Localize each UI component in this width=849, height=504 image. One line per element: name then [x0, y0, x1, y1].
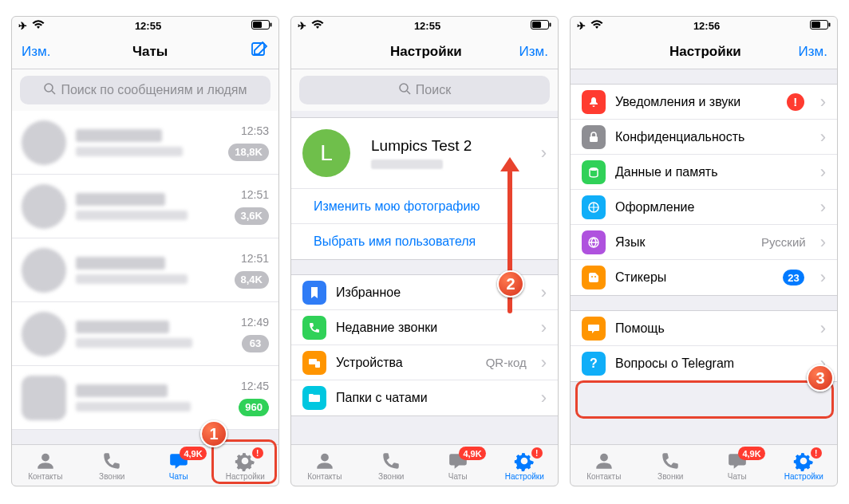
compose-button[interactable] — [250, 40, 269, 63]
svg-rect-2 — [253, 22, 262, 28]
contact-icon — [35, 451, 56, 471]
tab-contacts[interactable]: Контакты — [12, 445, 79, 486]
page-title: Настройки — [390, 44, 462, 60]
chat-row[interactable]: 12:5318,8K — [12, 111, 278, 175]
change-photo-link[interactable]: Изменить мою фотографию — [291, 189, 558, 224]
profile-row[interactable]: L Lumpics Test 2 › — [291, 118, 558, 189]
svg-point-22 — [600, 453, 608, 461]
tab-calls[interactable]: Звонки — [79, 445, 146, 486]
svg-point-17 — [590, 167, 598, 171]
phone-icon — [302, 316, 326, 340]
chat-row[interactable]: 12:4963 — [12, 302, 278, 366]
tab-settings[interactable]: !Настройки — [771, 445, 838, 486]
search-input[interactable]: Поиск — [299, 76, 550, 104]
row-recent-calls[interactable]: Недавние звонки› — [291, 310, 558, 345]
status-bar: ✈︎ 12:55 — [12, 17, 278, 34]
search-icon — [43, 82, 56, 98]
tab-label: Звонки — [378, 472, 404, 481]
search-placeholder: Поиск — [416, 83, 451, 97]
tab-settings[interactable]: !Настройки — [492, 445, 559, 486]
help-group: Помощь› ?Вопросы о Telegram› — [571, 310, 837, 382]
contact-icon — [594, 451, 614, 471]
airplane-icon: ✈︎ — [18, 20, 27, 32]
tab-label: Контакты — [28, 472, 62, 481]
tab-calls[interactable]: Звонки — [358, 445, 425, 486]
tab-calls[interactable]: Звонки — [638, 445, 705, 486]
row-language[interactable]: ЯзыкРусский› — [571, 225, 837, 260]
svg-point-12 — [321, 453, 329, 461]
chevron-icon: › — [820, 318, 826, 339]
chats-badge: 4,9K — [459, 447, 485, 460]
chat-list[interactable]: 12:5318,8K 12:513,6K 12:518,4K 12:4963 1… — [12, 111, 278, 444]
edit-button[interactable]: Изм. — [799, 44, 827, 60]
avatar — [22, 120, 66, 165]
page-title: Настройки — [669, 44, 741, 60]
row-stickers[interactable]: Стикеры23› — [571, 260, 837, 295]
row-help[interactable]: Помощь› — [571, 311, 837, 346]
row-devices[interactable]: УстройстваQR-код› — [291, 345, 558, 380]
phone-icon — [381, 451, 401, 471]
chat-time: 12:51 — [241, 188, 269, 201]
row-data[interactable]: Данные и память› — [571, 155, 837, 190]
search-input[interactable]: Поиск по сообщениям и людям — [20, 76, 270, 104]
svg-rect-14 — [829, 22, 831, 26]
nav-header: Настройки Изм. — [291, 34, 558, 69]
svg-point-21 — [594, 276, 596, 278]
folder-icon — [302, 386, 326, 410]
data-icon — [582, 160, 606, 184]
svg-point-20 — [591, 276, 593, 278]
chat-row[interactable]: 12:513,6K — [12, 175, 278, 238]
nav-header: Изм. Чаты — [12, 34, 278, 69]
row-folders[interactable]: Папки с чатами› — [291, 380, 558, 415]
search-wrap: Поиск по сообщениям и людям — [12, 69, 278, 111]
chevron-icon: › — [541, 352, 547, 373]
lock-icon — [582, 125, 606, 149]
unread-badge: 18,8K — [228, 144, 269, 161]
help-icon — [582, 317, 606, 341]
tab-label: Чаты — [728, 472, 747, 481]
status-left: ✈︎ — [18, 20, 45, 32]
tab-label: Звонки — [657, 472, 683, 481]
sticker-icon — [582, 266, 606, 289]
globe-icon — [582, 230, 606, 254]
chat-row[interactable]: 12:518,4K — [12, 238, 278, 302]
arrow-up-icon — [500, 157, 519, 171]
row-faq[interactable]: ?Вопросы о Telegram› — [571, 346, 837, 381]
chat-row[interactable]: 12:45960 — [12, 366, 278, 430]
svg-rect-7 — [550, 22, 551, 26]
status-time: 12:55 — [135, 20, 161, 32]
search-wrap: Поиск — [291, 69, 558, 111]
question-icon: ? — [582, 352, 606, 376]
svg-point-5 — [41, 453, 49, 461]
row-privacy[interactable]: Конфиденциальность› — [571, 120, 837, 155]
phone-icon — [101, 451, 122, 471]
chevron-icon: › — [820, 162, 826, 183]
row-notifications[interactable]: Уведомления и звуки!› — [571, 85, 837, 120]
svg-rect-1 — [270, 22, 272, 26]
edit-button[interactable]: Изм. — [22, 44, 50, 60]
step-circle-2: 2 — [497, 270, 524, 297]
tab-chats[interactable]: 4,9K Чаты — [145, 445, 212, 486]
tab-chats[interactable]: 4,9KЧаты — [424, 445, 492, 486]
row-detail: Русский — [761, 235, 806, 249]
edit-button[interactable]: Изм. — [519, 44, 548, 60]
settings-list[interactable]: Уведомления и звуки!› Конфиденциальность… — [571, 69, 837, 444]
tab-settings[interactable]: ! Настройки — [212, 445, 279, 486]
tab-label: Настройки — [226, 472, 265, 481]
profile-group: L Lumpics Test 2 › Изменить мою фотограф… — [291, 117, 558, 260]
tab-chats[interactable]: 4,9KЧаты — [704, 445, 771, 486]
bell-icon — [582, 90, 606, 114]
tab-label: Чаты — [448, 472, 468, 481]
chats-badge: 4,9K — [180, 447, 206, 460]
svg-point-9 — [400, 84, 408, 92]
choose-username-link[interactable]: Выбрать имя пользователя — [291, 224, 558, 259]
svg-rect-16 — [590, 136, 598, 142]
step-circle-3: 3 — [807, 364, 834, 392]
tab-contacts[interactable]: Контакты — [291, 445, 358, 486]
tab-label: Чаты — [169, 472, 188, 481]
tab-contacts[interactable]: Контакты — [571, 445, 638, 486]
status-bar: ✈︎ 12:55 — [291, 17, 558, 34]
wifi-icon — [590, 20, 603, 32]
svg-rect-15 — [811, 22, 820, 28]
row-appearance[interactable]: Оформление› — [571, 190, 837, 225]
